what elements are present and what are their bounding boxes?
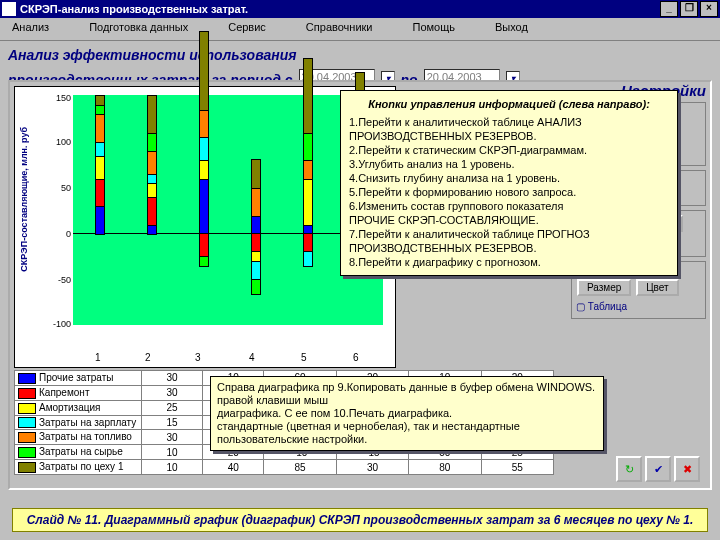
ytick: -50 (51, 275, 71, 285)
table-cell: 55 (481, 460, 553, 475)
xtick: 6 (353, 352, 359, 363)
ytick: -100 (51, 319, 71, 329)
chart-area: СКРЭП-составляющие, млн. руб 150 100 50 … (14, 86, 396, 368)
chart-bar (95, 178, 105, 208)
chart-bar (199, 31, 209, 111)
color-swatch (18, 432, 36, 443)
table-cell: 40 (203, 460, 264, 475)
action-buttons: ↻ ✔ ✖ (616, 456, 700, 482)
tooltip-line: 2.Перейти к статическим СКРЭП-диаграммам… (349, 143, 669, 157)
checkbox-table[interactable]: ▢ Таблица (576, 300, 701, 314)
refresh-icon[interactable]: ↻ (616, 456, 642, 482)
color-swatch (18, 447, 36, 458)
chart-bar (199, 256, 209, 267)
chart-bar (95, 155, 105, 180)
color-swatch (18, 388, 36, 399)
ytick: 150 (51, 93, 71, 103)
btn-color2[interactable]: Цвет (636, 279, 678, 296)
chart-bar (95, 113, 105, 143)
window-titlebar: СКРЭП-анализ производственных затрат. _ … (0, 0, 720, 18)
xtick: 4 (249, 352, 255, 363)
chart-bar (303, 233, 313, 253)
tooltip-line: 8.Перейти к диаграфику с прогнозом. (349, 255, 669, 269)
minimize-button[interactable]: _ (660, 1, 678, 17)
menu-reference[interactable]: Справочники (302, 20, 377, 38)
menu-dataprep[interactable]: Подготовка данных (85, 20, 192, 38)
chart-bar (147, 132, 157, 152)
color-swatch (18, 403, 36, 414)
help-tooltip-2: Справа диаграфика пр 9.Копировать данные… (210, 376, 604, 451)
tooltip-line: диаграфика. С ее пом 10.Печать диаграфик… (217, 407, 597, 420)
tooltip-line: ПРОЧИЕ СКРЭП-СОСТАВЛЯЮЩИЕ. (349, 213, 669, 227)
xtick: 5 (301, 352, 307, 363)
color-swatch (18, 373, 36, 384)
ytick: 100 (51, 137, 71, 147)
chart-bar (303, 159, 313, 179)
chart-bar (303, 178, 313, 226)
chart-bar (147, 150, 157, 175)
tooltip-title: Кнопки управления информацией (слева нап… (349, 97, 669, 111)
table-cell: 25 (142, 400, 203, 415)
color-swatch (18, 417, 36, 428)
chart-bar (251, 279, 261, 295)
chart-ylabel: СКРЭП-составляющие, млн. руб (19, 127, 29, 272)
close-button[interactable]: × (700, 1, 718, 17)
tooltip-line: 3.Углубить анализ на 1 уровень. (349, 157, 669, 171)
chart-bar (303, 58, 313, 134)
chart-bar (251, 215, 261, 235)
table-cell: 30 (336, 460, 408, 475)
table-cell: 30 (142, 430, 203, 445)
chart-bar (95, 141, 105, 157)
chart-bar (199, 109, 209, 139)
menu-analysis[interactable]: Анализ (8, 20, 53, 38)
xtick: 1 (95, 352, 101, 363)
chart-bar (199, 233, 209, 258)
chart-bar (251, 187, 261, 217)
slide-footer: Слайд № 11. Диаграммный график (диаграфи… (0, 508, 720, 532)
menu-service[interactable]: Сервис (224, 20, 270, 38)
apply-icon[interactable]: ✔ (645, 456, 671, 482)
cancel-icon[interactable]: ✖ (674, 456, 700, 482)
table-cell: 10 (142, 445, 203, 460)
table-cell: 85 (264, 460, 336, 475)
chart-bar (199, 159, 209, 179)
tooltip-line: Справа диаграфика пр 9.Копировать данные… (217, 381, 597, 394)
tooltip-line: ПРОИЗВОДСТВЕННЫХ РЕЗЕРВОВ. (349, 241, 669, 255)
menu-exit[interactable]: Выход (491, 20, 532, 38)
ytick: 50 (51, 183, 71, 193)
tooltip-line: 5.Перейти к формированию нового запроса. (349, 185, 669, 199)
tooltip-line: 7.Перейти к аналитической таблице ПРОГНО… (349, 227, 669, 241)
help-tooltip: Кнопки управления информацией (слева нап… (340, 90, 678, 276)
slide-caption: Слайд № 11. Диаграммный график (диаграфи… (12, 508, 709, 532)
header-line1: Анализ эффективности использования (8, 47, 296, 63)
tooltip-line: стандартные (цветная и чернобелая), так … (217, 420, 597, 446)
chart-bar (147, 182, 157, 198)
chart-bar (251, 261, 261, 281)
table-row: Затраты по цеху 1104085308055 (15, 460, 554, 475)
chart-bar (251, 159, 261, 189)
maximize-button[interactable]: ❐ (680, 1, 698, 17)
tooltip-line: правой клавиши мыш (217, 394, 597, 407)
chart-bar (147, 196, 157, 226)
chart-plot (73, 95, 383, 325)
chart-bar (95, 95, 105, 106)
tooltip-line: 6.Изменить состав группового показателя (349, 199, 669, 213)
chart-bar (95, 205, 105, 235)
chart-bar (251, 233, 261, 253)
table-cell: 10 (142, 460, 203, 475)
chart-bar (199, 136, 209, 161)
xtick: 2 (145, 352, 151, 363)
app-icon (2, 2, 16, 16)
chart-bar (147, 95, 157, 134)
btn-size[interactable]: Размер (577, 279, 631, 296)
table-cell: 15 (142, 415, 203, 430)
ytick: 0 (51, 229, 71, 239)
chart-bar (303, 132, 313, 162)
tooltip-line: 4.Снизить глубину анализа на 1 уровень. (349, 171, 669, 185)
window-title: СКРЭП-анализ производственных затрат. (20, 3, 248, 15)
chart-bar (199, 178, 209, 235)
chart-bar (303, 251, 313, 267)
menubar: Анализ Подготовка данных Сервис Справочн… (0, 18, 720, 41)
table-cell: 80 (409, 460, 481, 475)
menu-help[interactable]: Помощь (409, 20, 460, 38)
